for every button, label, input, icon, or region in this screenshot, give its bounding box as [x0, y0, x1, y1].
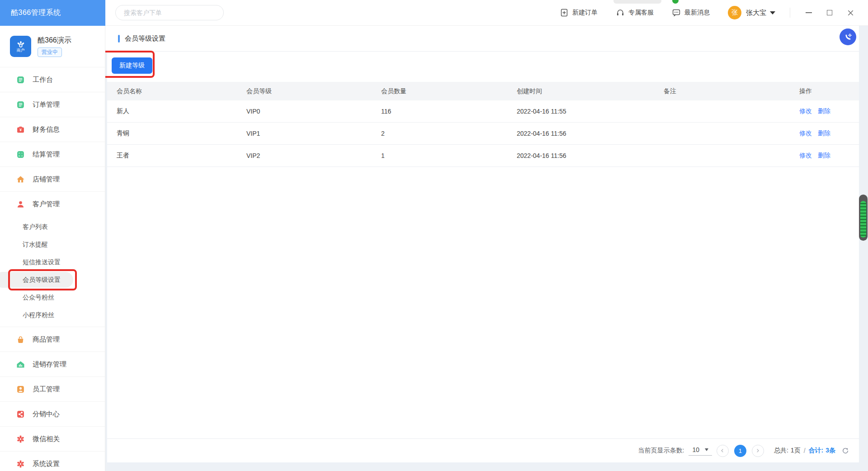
gear-icon — [16, 435, 25, 443]
page-size-select[interactable]: 10 — [689, 446, 712, 456]
cell-level: VIP2 — [237, 152, 372, 159]
cell-count: 1 — [372, 152, 507, 159]
next-page-button[interactable] — [752, 445, 764, 457]
sidebar-item-customer-list[interactable]: 客户列表 — [0, 218, 105, 236]
modify-link[interactable]: 修改 — [799, 107, 812, 115]
main-area: 会员等级设置 新建等级 会员名称会员等级会员数量创建时间备注操作 新人VIP01… — [105, 26, 868, 471]
contact-settings-fab[interactable] — [840, 29, 856, 45]
sidebar-item-wechat-related[interactable]: 微信相关 — [0, 426, 105, 451]
divider — [790, 8, 790, 18]
sidebar-item-order-management[interactable]: 订单管理 — [0, 92, 105, 117]
home-icon — [16, 175, 25, 184]
slash: / — [804, 447, 806, 454]
doc-icon — [16, 100, 25, 109]
headset-icon — [616, 8, 625, 17]
sidebar-item-label: 微信相关 — [33, 435, 60, 443]
sidebar-item-workbench[interactable]: 工作台 — [0, 67, 105, 92]
sidebar-item-goods-management[interactable]: 商品管理 — [0, 327, 105, 352]
sidebar-item-finance-info[interactable]: ¥财务信息 — [0, 117, 105, 142]
sidebar-item-inventory-management[interactable]: 进销存管理 — [0, 352, 105, 376]
search-input[interactable] — [115, 5, 224, 20]
close-button[interactable] — [846, 9, 854, 17]
sidebar-item-member-level-settings[interactable]: 会员等级设置 — [0, 271, 105, 289]
sidebar-item-mini-program-fans[interactable]: 小程序粉丝 — [0, 306, 105, 324]
cell-level: VIP0 — [237, 108, 372, 115]
content-card: 新建等级 会员名称会员等级会员数量创建时间备注操作 新人VIP01162022-… — [107, 52, 859, 462]
share-icon — [16, 410, 25, 419]
sidebar-item-label: 店铺管理 — [33, 175, 60, 184]
new-order-button[interactable]: 新建订单 — [560, 8, 598, 17]
top-bar: 酷366管理系统 新建订单 专属客服 最新消息 张 张大宝 — [0, 0, 868, 26]
sidebar-item-store-management[interactable]: 店铺管理 — [0, 167, 105, 191]
latest-news-button[interactable]: 最新消息 — [672, 8, 710, 17]
sidebar-subitem-label: 短信推送设置 — [23, 258, 61, 266]
sidebar-item-label: 分销中心 — [33, 410, 60, 419]
delete-link[interactable]: 删除 — [818, 129, 830, 138]
sidebar-nav: 工作台订单管理¥财务信息+−×=结算管理店铺管理客户管理客户列表订水提醒短信推送… — [0, 67, 105, 471]
modify-link[interactable]: 修改 — [799, 152, 812, 160]
new-level-button[interactable]: 新建等级 — [112, 57, 152, 74]
sidebar-item-label: 客户管理 — [33, 200, 60, 209]
sidebar-subitem-label: 客户列表 — [23, 223, 48, 231]
cell-level: VIP1 — [237, 130, 372, 137]
sidebar-item-staff-management[interactable]: 员工管理 — [0, 376, 105, 401]
merchant-logo-label: 商户 — [17, 48, 25, 52]
sidebar-item-customer-management[interactable]: 客户管理 — [0, 191, 105, 216]
scrollbar-widget[interactable] — [859, 195, 868, 241]
sidebar-item-settlement-management[interactable]: +−×=结算管理 — [0, 142, 105, 167]
page-title: 会员等级设置 — [125, 34, 165, 43]
sidebar-item-label: 商品管理 — [33, 335, 60, 344]
customer-service-button[interactable]: 专属客服 — [616, 8, 654, 17]
chevron-down-icon — [705, 448, 708, 451]
column-header: 备注 — [654, 87, 790, 95]
delete-link[interactable]: 删除 — [818, 107, 830, 115]
sidebar-item-label: 工作台 — [33, 76, 53, 84]
cell-created: 2022-04-16 11:56 — [507, 130, 654, 137]
prev-page-button[interactable] — [717, 445, 729, 457]
cell-actions: 修改删除 — [790, 107, 859, 115]
phone-gear-icon — [844, 33, 853, 42]
column-header: 会员数量 — [372, 87, 507, 95]
chevron-right-icon — [755, 448, 760, 453]
sidebar-subitem-label: 会员等级设置 — [23, 276, 61, 284]
totals: 总共: 1页 / 合计: 3条 — [774, 447, 835, 455]
column-header: 操作 — [790, 87, 859, 95]
current-page-button[interactable]: 1 — [734, 445, 746, 457]
minimize-button[interactable] — [805, 9, 813, 17]
cell-name: 王者 — [107, 152, 237, 160]
sidebar-item-water-reminder[interactable]: 订水提醒 — [0, 236, 105, 253]
sum-value: 3条 — [826, 447, 835, 455]
refresh-icon — [842, 447, 849, 454]
window-controls — [805, 9, 854, 17]
breadcrumb: 会员等级设置 — [105, 26, 859, 52]
sidebar-item-sms-push-settings[interactable]: 短信推送设置 — [0, 253, 105, 271]
minimize-icon — [806, 12, 812, 13]
user-menu[interactable]: 张 张大宝 — [728, 6, 775, 19]
sidebar-item-system-settings[interactable]: 系统设置 — [0, 451, 105, 471]
sidebar-subitem-label: 公众号粉丝 — [23, 294, 54, 302]
chevron-down-icon — [770, 11, 775, 14]
maximize-button[interactable] — [826, 9, 834, 17]
cell-created: 2022-04-16 11:55 — [507, 108, 654, 115]
refresh-button[interactable] — [842, 447, 849, 454]
sidebar-item-official-account-fans[interactable]: 公众号粉丝 — [0, 289, 105, 306]
delete-link[interactable]: 删除 — [818, 152, 830, 160]
sidebar-item-distribution-center[interactable]: 分销中心 — [0, 401, 105, 426]
new-order-icon — [560, 8, 569, 17]
spacer — [107, 167, 859, 438]
sidebar-item-label: 财务信息 — [33, 125, 60, 134]
sidebar-submenu: 客户列表订水提醒短信推送设置会员等级设置公众号粉丝小程序粉丝 — [0, 216, 105, 327]
cell-actions: 修改删除 — [790, 152, 859, 160]
app-title: 酷366管理系统 — [0, 0, 105, 26]
svg-text:×: × — [18, 154, 20, 157]
accent-bar — [118, 35, 120, 43]
merchant-name: 酷366演示 — [38, 36, 71, 45]
maximize-icon — [827, 10, 832, 15]
cell-actions: 修改删除 — [790, 129, 859, 138]
table-row: 王者VIP212022-04-16 11:56修改删除 — [107, 145, 859, 167]
modify-link[interactable]: 修改 — [799, 129, 812, 138]
calculator-icon: +−×= — [16, 150, 25, 159]
doc-icon — [16, 76, 25, 84]
chevron-left-icon — [720, 448, 725, 453]
sidebar-item-label: 员工管理 — [33, 385, 60, 394]
